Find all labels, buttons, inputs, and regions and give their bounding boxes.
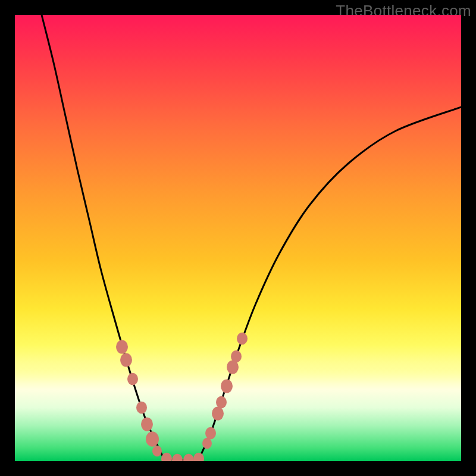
bead-right-2 (212, 407, 224, 421)
plot-area (15, 15, 461, 461)
bead-left-4 (141, 418, 153, 431)
bead-right-7 (237, 333, 248, 345)
bead-bottom-1 (172, 454, 183, 461)
bead-left-5 (146, 431, 159, 446)
bead-bottom-2 (183, 454, 194, 461)
bead-left-3 (136, 402, 147, 414)
bead-right-4 (221, 380, 233, 393)
bead-left-6 (152, 446, 162, 456)
bead-right-1 (205, 427, 216, 440)
bead-bottom-0 (161, 453, 172, 461)
bead-left-1 (120, 353, 132, 367)
right-curve (199, 107, 461, 458)
bead-right-3 (216, 396, 227, 409)
bead-left-0 (116, 340, 128, 354)
bead-bottom-3 (193, 453, 204, 461)
curve-layer (15, 15, 461, 461)
bead-group (116, 333, 248, 461)
outer-frame: TheBottleneck.com (0, 0, 476, 476)
bead-left-2 (127, 373, 138, 386)
left-curve (42, 15, 164, 458)
bead-right-0 (202, 438, 212, 449)
bead-right-6 (231, 350, 242, 363)
